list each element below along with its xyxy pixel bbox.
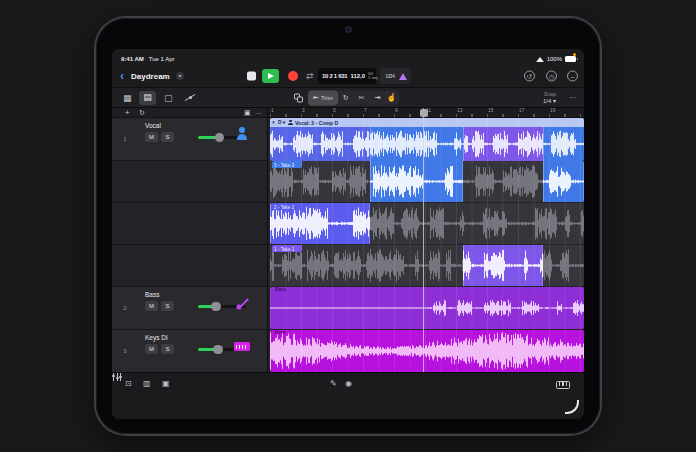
disclosure-triangle-icon[interactable]: ▾	[272, 120, 274, 126]
join-tool-button[interactable]: ⇥	[369, 90, 385, 105]
region-view-icon[interactable]: ▢	[164, 93, 173, 103]
keys-region[interactable]: Keys	[270, 330, 584, 372]
track-name: Vocal	[145, 122, 161, 129]
mute-button[interactable]: M	[145, 344, 158, 354]
track-header-bass[interactable]: 2 Bass M S	[112, 287, 267, 330]
ruler-bar-number: 3	[302, 108, 305, 113]
snap-control[interactable]: Snap 1/4 ▾	[542, 91, 556, 104]
edit-toolbar: ▦ ▤ ▢ ⇤ Trim ↻ ✂ ⇥ ☝ Snap 1/4 ▾ ⋯	[112, 88, 584, 108]
copy-icon[interactable]	[294, 93, 303, 102]
take-lane-label-text: 3 - Take 3	[274, 162, 294, 167]
header-display-icon[interactable]: ▣	[244, 109, 251, 117]
bass-waveform	[270, 287, 584, 329]
track-header-keys[interactable]: 3 Keys DI M S	[112, 330, 267, 372]
take-lane-label-text: 1 - Take 1	[274, 246, 294, 251]
bottom-toolbar: ⊡ ▥ ▣ ✎ ◉	[112, 372, 584, 419]
battery-icon	[565, 56, 576, 62]
take-lane-1: 1 - Take 1	[268, 245, 584, 287]
solo-button[interactable]: S	[161, 344, 174, 354]
keys-lane: Keys	[268, 330, 584, 372]
lcd-display[interactable]: 10 2 1 631 112,0 4/4 C maj	[318, 68, 376, 84]
take-waveform	[270, 245, 584, 286]
plugins-knob-icon[interactable]: ◉	[345, 379, 352, 389]
comp-region[interactable]: ▾D ▾Vocal: 2 - Comp D	[270, 118, 584, 161]
browser-icon[interactable]: ⊡	[125, 379, 132, 389]
back-chevron-icon[interactable]: ‹	[120, 71, 124, 81]
take-waveform	[270, 203, 584, 244]
library-icon[interactable]: ▥	[143, 379, 151, 389]
undo-icon[interactable]: ↺	[524, 71, 535, 82]
take-region[interactable]: 1 - Take 1	[270, 245, 584, 286]
take-lane-header-3[interactable]	[112, 161, 267, 203]
comp-region-header[interactable]: ▾D ▾Vocal: 2 - Comp D	[270, 118, 584, 127]
track-alternatives-icon[interactable]: ↻	[139, 109, 145, 117]
take-region[interactable]: 3 - Take 3	[270, 161, 584, 202]
vocalist-mini-icon	[288, 120, 293, 125]
track-name: Bass	[145, 291, 159, 298]
comp-region-title: Vocal: 2 - Comp D	[295, 120, 338, 125]
pencil-editor-icon[interactable]: ✎	[330, 379, 337, 389]
play-surface-keyboard-icon[interactable]	[556, 381, 570, 389]
ruler-bar-number: 5	[333, 108, 336, 113]
take-lane-label: 3 - Take 3	[272, 161, 302, 168]
add-track-button[interactable]: +	[125, 109, 130, 117]
cycle-icon[interactable]: ⇄	[306, 71, 314, 81]
take-lane-3: 3 - Take 3	[268, 161, 584, 203]
ruler-bar-number: 9	[395, 108, 398, 113]
grid-view-icon[interactable]: ▦	[123, 93, 132, 103]
ruler-bar-number: 7	[364, 108, 367, 113]
bass-region[interactable]: Bass	[270, 287, 584, 329]
vocal-comp-lane: ▾D ▾Vocal: 2 - Comp D	[268, 118, 584, 161]
ruler-bar-number: 19	[550, 108, 555, 113]
take-region[interactable]: 2 - Take 2	[270, 203, 584, 244]
count-in-button[interactable]: 1234	[385, 74, 394, 79]
ipad-device-frame: 9:41 AM Tue 1 Apr 100% ‹ Daydream ▾ ⇄ 10…	[96, 18, 600, 434]
main-toolbar: ‹ Daydream ▾ ⇄ 10 2 1 631 112,0 4/4 C ma…	[112, 65, 584, 88]
play-button[interactable]	[262, 69, 279, 83]
minus-circle-icon[interactable]: –	[567, 71, 578, 82]
metronome-icon[interactable]	[399, 73, 407, 80]
track-number: 3	[112, 330, 138, 372]
tracks-view-button[interactable]: ▤	[139, 91, 156, 105]
logic-app-window: 9:41 AM Tue 1 Apr 100% ‹ Daydream ▾ ⇄ 10…	[112, 49, 584, 419]
arrange-area: 135791113151719 ▾D ▾Vocal: 2 - Comp D3 -…	[268, 108, 584, 372]
bass-lane: Bass	[268, 287, 584, 330]
ruler-bar-number: 13	[457, 108, 462, 113]
lcd-key: C maj	[368, 77, 378, 80]
mute-button[interactable]: M	[145, 132, 158, 142]
take-lane-label: 2 - Take 2	[272, 203, 302, 210]
clock-icon[interactable]: ◷	[546, 71, 557, 82]
solo-button[interactable]: S	[161, 132, 174, 142]
trim-icon: ⇤	[313, 94, 319, 102]
mute-button[interactable]: M	[145, 301, 158, 311]
loop-tool-button[interactable]: ↻	[338, 90, 354, 105]
microphone-in-use-indicator	[573, 53, 576, 56]
record-button[interactable]	[288, 71, 298, 81]
track-header-toolbar: + ↻ ▣ ⋯	[112, 108, 267, 118]
solo-button[interactable]: S	[161, 301, 174, 311]
comp-badge[interactable]: D ▾	[278, 120, 285, 126]
trim-tool-button[interactable]: ⇤ Trim	[308, 90, 338, 105]
track-header-vocal[interactable]: 1 Vocal M S	[112, 118, 267, 161]
take-lane-header-2[interactable]	[112, 203, 267, 245]
track-name: Keys DI	[145, 334, 168, 341]
stop-button[interactable]	[247, 72, 256, 81]
battery-percent: 100%	[547, 56, 562, 62]
status-bar: 9:41 AM Tue 1 Apr 100%	[112, 49, 584, 65]
trim-label: Trim	[321, 95, 333, 101]
snap-label: Snap	[544, 91, 556, 97]
header-more-icon[interactable]: ⋯	[255, 109, 262, 117]
automation-icon[interactable]	[184, 92, 196, 104]
take-lane-header-1[interactable]	[112, 245, 267, 287]
bass-guitar-icon	[233, 294, 251, 312]
multi-select-hand-button[interactable]: ☝	[384, 90, 399, 105]
list-editor-icon[interactable]: ▣	[162, 379, 170, 389]
playhead-handle[interactable]	[420, 109, 428, 117]
project-title[interactable]: Daydream	[131, 72, 170, 81]
more-options-icon[interactable]: ⋯	[569, 94, 577, 102]
playhead-line	[423, 108, 424, 372]
split-tool-button[interactable]: ✂	[354, 90, 370, 105]
project-title-chevron-icon[interactable]: ▾	[176, 72, 184, 80]
vocalist-icon	[234, 126, 250, 142]
window-resize-corner[interactable]	[565, 400, 579, 414]
